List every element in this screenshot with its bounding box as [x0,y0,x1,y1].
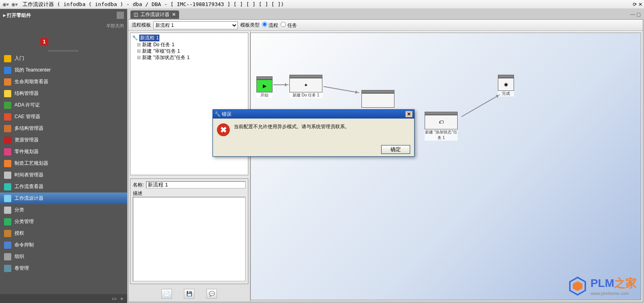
sidebar-item[interactable]: 零件规划器 [0,146,127,158]
sidebar-item[interactable]: 制造工艺规划器 [0,158,127,169]
sidebar-item[interactable]: 分类 [0,204,127,216]
sidebar-item-label: 结构管理器 [14,90,39,97]
sidebar-item[interactable]: 命令抑制 [0,239,127,251]
sidebar-item[interactable]: 多结构管理器 [0,123,127,134]
sidebar-item-icon [4,218,11,225]
sidebar-item-label: 命令抑制 [14,242,34,248]
toolbar: 流程模板 新流程 1 模板类型 流程 任务 [128,20,643,31]
sidebar-item-icon [4,195,11,202]
sidebar-item-label: 资源管理器 [14,137,39,143]
ok-button[interactable]: 确定 [381,145,410,154]
name-label: 名称: [133,182,144,188]
name-field[interactable] [146,181,246,188]
node-do-task[interactable]: ✦ 新建 Do 任务 1 [289,75,322,98]
sidebar-item[interactable]: 组织 [0,251,127,262]
sidebar-item-icon [4,253,11,260]
sidebar-item-icon [4,148,11,156]
dialog-icon: 🔧 [215,111,221,117]
arrow [324,86,359,93]
sidebar-item[interactable]: ADA 许可证 [0,99,127,111]
node-review-task[interactable] [361,90,394,108]
sidebar-footer: ▭ » [0,294,127,303]
sidebar-item-icon [4,113,11,121]
save-icon[interactable]: 💾 [184,289,194,299]
sidebar-item-icon [4,78,11,86]
sidebar-item-icon [4,230,11,237]
sidebar-item[interactable]: 我的 Teamcenter [0,64,127,76]
sidebar-item-icon [4,90,11,97]
sidebar-item[interactable]: 结构管理器 [0,88,127,99]
sidebar: 打开零组件 半部关闭 1 入门我的 Teamcenter生命周期查看器结构管理器… [0,9,127,303]
dialog-titlebar[interactable]: 🔧 错误 ✕ [213,110,414,119]
node-start[interactable]: ▶ 开始 [256,76,272,98]
collapse-icon[interactable]: ▭ [112,296,116,301]
sidebar-item-label: 授权 [14,230,24,237]
dialog-close-icon[interactable]: ✕ [405,111,413,117]
sidebar-item-icon [4,67,11,74]
sidebar-item-icon [4,207,11,214]
sidebar-item[interactable]: 生命周期查看器 [0,76,127,88]
arrow [273,84,289,85]
app-title: 工作流设计器 ( infodba ( infodba ) - dba / DBA… [23,1,284,8]
sidebar-item-label: 我的 Teamcenter [14,67,51,74]
close-all-link[interactable]: 半部关闭 [0,20,127,30]
sidebar-item-label: 分类 [14,207,24,213]
sidebar-item[interactable]: 时间表管理器 [0,169,127,181]
sidebar-item-label: 工作流设计器 [14,195,43,202]
radio-task[interactable]: 任务 [281,22,297,29]
refresh-icon[interactable]: ⟳ [633,2,637,7]
dialog-title: 错误 [222,111,231,118]
radio-process[interactable]: 流程 [262,22,278,29]
sidebar-item-icon [4,55,11,62]
workflow-canvas[interactable]: ▶ 开始 ✦ 新建 Do 任务 1 🏷 新建 "添加状态"任务 1 [250,33,641,300]
close-icon[interactable]: ✕ [638,2,642,7]
dialog-message: 当前配置不允许使用异步模式。请与系统管理员联系。 [234,123,350,140]
sidebar-item[interactable]: 分类管理 [0,216,127,227]
sidebar-item-label: 卷管理 [14,265,29,272]
node-end[interactable]: ◉ 完成 [498,75,514,96]
error-icon: ✖ [217,123,230,136]
sidebar-item-icon [4,242,11,249]
sidebar-item[interactable]: 工作流设计器 [0,192,127,204]
expand-icon[interactable]: » [120,296,123,301]
sidebar-item-label: 制造工艺规划器 [14,160,48,167]
error-dialog: 🔧 错误 ✕ ✖ 当前配置不允许使用异步模式。请与系统管理员联系。 确定 [213,109,415,157]
tree-node[interactable]: 新建 "添加状态"任务 1 [132,54,246,61]
type-label: 模板类型 [240,22,260,29]
open-components[interactable]: 打开零组件 [3,12,31,19]
sidebar-item[interactable]: 资源管理器 [0,134,127,146]
sidebar-item[interactable]: 入门 [0,53,127,64]
sidebar-item-icon [4,172,11,179]
sidebar-item[interactable]: 工作流查看器 [0,181,127,192]
maximize-icon[interactable]: ▢ [636,12,641,17]
template-label: 流程模板 [132,22,151,29]
fwd-icon[interactable]: ◉▾ [10,1,19,8]
sidebar-item-label: ADA 许可证 [14,102,40,109]
sidebar-item-label: 工作流查看器 [14,183,43,190]
sidebar-item[interactable]: 卷管理 [0,262,127,274]
sidebar-item[interactable]: CAE 管理器 [0,111,127,123]
new-icon[interactable]: 📄 [161,289,172,299]
watermark: PLM之家 www.plmhome.com [568,276,637,296]
tab-workflow-designer[interactable]: ◫ 工作流设计器 ✕ [130,10,179,19]
resize-grip[interactable] [48,50,79,52]
minimize-icon[interactable]: — [630,12,635,17]
sidebar-item-label: CAE 管理器 [14,113,40,120]
sidebar-item-icon [4,102,11,109]
description-field[interactable] [133,197,246,281]
back-icon[interactable]: ◉▾ [2,1,10,8]
sidebar-item-icon [4,160,11,167]
sidebar-item[interactable]: 授权 [0,227,127,239]
tree-node[interactable]: 新建 "审核"任务 1 [132,48,246,54]
template-select[interactable]: 新流程 1 [153,21,238,29]
tree-node[interactable]: 新建 Do 任务 1 [132,41,246,48]
sidebar-item-icon [4,183,11,190]
help-icon[interactable]: 💬 [206,289,217,299]
sidebar-item-label: 时间表管理器 [14,172,43,178]
notification-badge: 1 [40,38,48,46]
tab-close-icon[interactable]: ✕ [172,12,176,17]
tree-root[interactable]: 新流程 1 [139,35,159,41]
sidebar-item-icon [4,137,11,144]
search-icon[interactable] [117,12,124,19]
node-add-status-task[interactable]: 🏷 新建 "添加状态"任务 1 [425,112,458,141]
